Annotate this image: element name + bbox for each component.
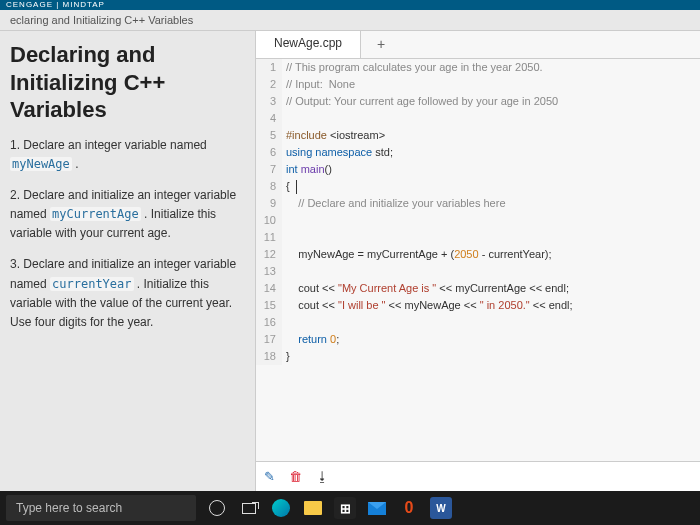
code-token: ; [336, 333, 339, 345]
code-text[interactable]: { [282, 178, 297, 195]
line-number: 8 [256, 178, 282, 195]
work-area: Declaring and Initializing C++ Variables… [0, 31, 700, 491]
code-line[interactable]: 1// This program calculates your age in … [256, 59, 700, 76]
code-text[interactable]: } [282, 348, 290, 365]
explorer-icon[interactable] [302, 497, 324, 519]
code-line[interactable]: 5#include <iostream> [256, 127, 700, 144]
code-text[interactable] [282, 212, 286, 229]
line-number: 1 [256, 59, 282, 76]
code-line[interactable]: 12 myNewAge = myCurrentAge + (2050 - cur… [256, 246, 700, 263]
code-line[interactable]: 7int main() [256, 161, 700, 178]
tab-add[interactable]: + [361, 31, 401, 58]
line-number: 5 [256, 127, 282, 144]
text-cursor [296, 180, 297, 194]
taskview-icon[interactable] [238, 497, 260, 519]
search-input[interactable]: Type here to search [6, 495, 196, 521]
step-code: myNewAge [10, 157, 72, 171]
office-icon[interactable]: 0 [398, 497, 420, 519]
step-number: 1. [10, 138, 23, 152]
code-text[interactable]: #include <iostream> [282, 127, 385, 144]
code-text[interactable]: cout << "My Current Age is " << myCurren… [282, 280, 569, 297]
code-token: using namespace [286, 146, 375, 158]
line-number: 11 [256, 229, 282, 246]
code-token: } [286, 350, 290, 362]
step-pre: Declare an integer variable named [23, 138, 206, 152]
code-token: cout << [286, 282, 338, 294]
tab-file[interactable]: NewAge.cpp [256, 31, 361, 58]
code-line[interactable]: 15 cout << "I will be " << myNewAge << "… [256, 297, 700, 314]
edge-icon[interactable] [270, 497, 292, 519]
line-number: 17 [256, 331, 282, 348]
code-token: <iostream> [330, 129, 385, 141]
code-line[interactable]: 18} [256, 348, 700, 365]
download-icon[interactable]: ⭳ [316, 469, 329, 484]
step-number: 2. [10, 188, 23, 202]
code-token: myNewAge = myCurrentAge + ( [286, 248, 454, 260]
code-line[interactable]: 9 // Declare and initialize your variabl… [256, 195, 700, 212]
code-text[interactable] [282, 263, 286, 280]
code-line[interactable]: 8{ [256, 178, 700, 195]
edit-icon[interactable]: ✎ [264, 469, 275, 484]
code-token [286, 333, 298, 345]
code-token: // Declare and initialize your variables… [298, 197, 505, 209]
code-line[interactable]: 4 [256, 110, 700, 127]
code-line[interactable]: 16 [256, 314, 700, 331]
code-token: << myNewAge << [386, 299, 480, 311]
code-line[interactable]: 17 return 0; [256, 331, 700, 348]
code-token: " in 2050." [480, 299, 530, 311]
code-text[interactable]: return 0; [282, 331, 339, 348]
code-text[interactable]: // Input: None [282, 76, 355, 93]
line-number: 16 [256, 314, 282, 331]
code-token: main [301, 163, 325, 175]
code-token: << myCurrentAge << endl; [436, 282, 569, 294]
mail-icon[interactable] [366, 497, 388, 519]
line-number: 9 [256, 195, 282, 212]
code-text[interactable]: using namespace std; [282, 144, 393, 161]
code-text[interactable]: int main() [282, 161, 332, 178]
cortana-icon[interactable] [206, 497, 228, 519]
breadcrumb: eclaring and Initializing C++ Variables [0, 10, 700, 31]
code-line[interactable]: 10 [256, 212, 700, 229]
code-token: cout << [286, 299, 338, 311]
code-line[interactable]: 3// Output: Your current age followed by… [256, 93, 700, 110]
trash-icon[interactable]: 🗑 [289, 469, 302, 484]
line-number: 7 [256, 161, 282, 178]
code-text[interactable]: // This program calculates your age in t… [282, 59, 543, 76]
code-line[interactable]: 11 [256, 229, 700, 246]
editor-toolbar: ✎ 🗑 ⭳ [256, 461, 700, 491]
word-icon[interactable]: W [430, 497, 452, 519]
step-item: 3. Declare and initialize an integer var… [10, 255, 243, 332]
step-post: . [72, 157, 79, 171]
code-token: #include [286, 129, 330, 141]
code-text[interactable]: myNewAge = myCurrentAge + (2050 - curren… [282, 246, 552, 263]
code-line[interactable]: 13 [256, 263, 700, 280]
line-number: 14 [256, 280, 282, 297]
store-icon[interactable]: ⊞ [334, 497, 356, 519]
page-title: Declaring and Initializing C++ Variables [10, 41, 243, 124]
brand-bar: CENGAGE | MINDTAP [0, 0, 700, 10]
tab-bar: NewAge.cpp + [256, 31, 700, 59]
step-item: 2. Declare and initialize an integer var… [10, 186, 243, 244]
code-token: - currentYear); [479, 248, 552, 260]
code-text[interactable] [282, 314, 286, 331]
code-text[interactable]: // Declare and initialize your variables… [282, 195, 506, 212]
line-number: 10 [256, 212, 282, 229]
code-line[interactable]: 14 cout << "My Current Age is " << myCur… [256, 280, 700, 297]
step-code: currentYear [50, 277, 133, 291]
editor-panel: NewAge.cpp + 1// This program calculates… [255, 31, 700, 491]
code-token: // Output: Your current age followed by … [286, 95, 558, 107]
line-number: 3 [256, 93, 282, 110]
code-editor[interactable]: 1// This program calculates your age in … [256, 59, 700, 461]
code-text[interactable] [282, 229, 286, 246]
code-token: int [286, 163, 301, 175]
line-number: 4 [256, 110, 282, 127]
code-text[interactable]: // Output: Your current age followed by … [282, 93, 558, 110]
code-line[interactable]: 2// Input: None [256, 76, 700, 93]
code-token [286, 197, 298, 209]
step-number: 3. [10, 257, 23, 271]
code-line[interactable]: 6using namespace std; [256, 144, 700, 161]
code-token: // Input: None [286, 78, 355, 90]
step-code: myCurrentAge [50, 207, 141, 221]
code-text[interactable]: cout << "I will be " << myNewAge << " in… [282, 297, 573, 314]
code-text[interactable] [282, 110, 286, 127]
